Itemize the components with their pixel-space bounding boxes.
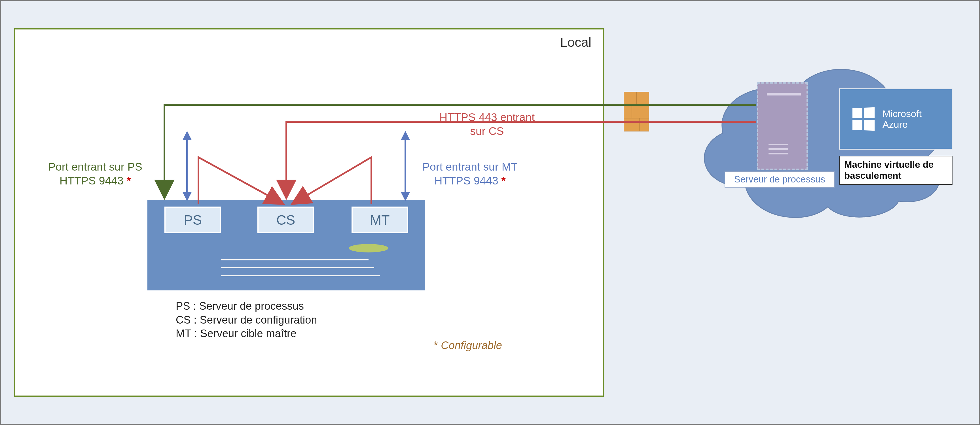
legend-mt: MT : Serveur cible maître: [176, 327, 317, 341]
legend-cs: CS : Serveur de configuration: [176, 313, 317, 327]
azure-brand-text: Microsoft Azure: [883, 108, 921, 130]
star-icon: *: [434, 339, 438, 351]
server-indicator: [349, 244, 388, 252]
ps-inbound-label: Port entrant sur PS HTTPS 9443 *: [48, 160, 142, 188]
config-server-block: PS CS MT: [147, 200, 425, 290]
configurable-text: Configurable: [438, 339, 502, 351]
decor-line: [221, 267, 374, 268]
legend-ps: PS : Serveur de processus: [176, 299, 317, 313]
cs-component: CS: [258, 206, 314, 233]
decor-line: [221, 259, 369, 260]
local-title: Local: [560, 35, 591, 50]
ps-component: PS: [164, 206, 221, 233]
failover-vm-label: Machine virtuelle de basculement: [839, 156, 953, 185]
cs-inbound-label: HTTPS 443 entrant sur CS: [439, 111, 535, 138]
mt-inbound-label: Port entrant sur MT HTTPS 9443 *: [422, 160, 518, 188]
cloud-process-server-label: Serveur de processus: [725, 171, 835, 187]
star-icon: *: [501, 174, 506, 187]
component-legend: PS : Serveur de processus CS : Serveur d…: [176, 299, 317, 341]
mt-component: MT: [352, 206, 408, 233]
firewall-icon: [624, 92, 649, 132]
windows-logo-icon: [853, 107, 875, 131]
decor-line: [221, 275, 380, 276]
configurable-footnote: * Configurable: [434, 339, 502, 352]
azure-box: Microsoft Azure: [839, 89, 953, 150]
cloud-process-server-icon: [757, 82, 808, 170]
star-icon: *: [126, 174, 131, 187]
